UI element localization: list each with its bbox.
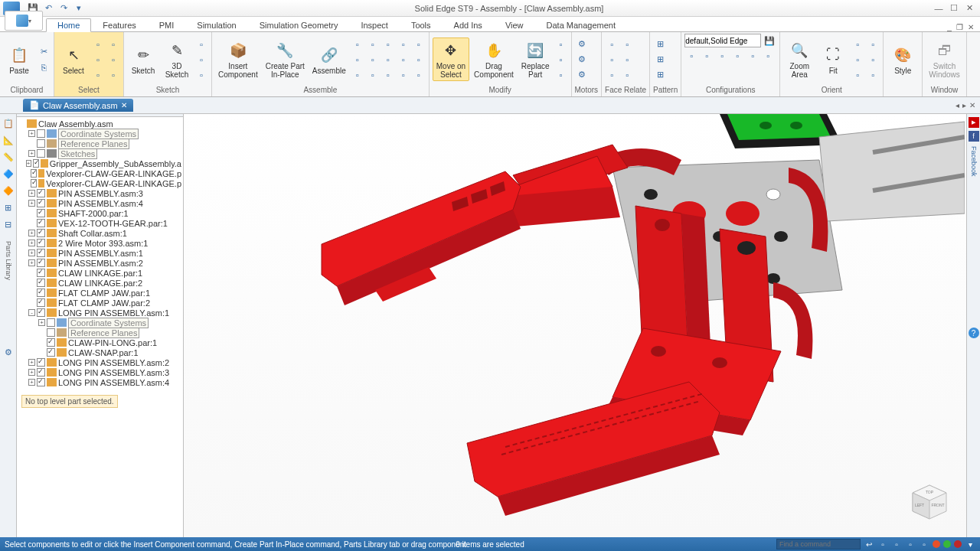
tree-item[interactable]: +Shaft Collar.asm:1 [18, 228, 181, 238]
tree-item[interactable]: +Gripper_Assembly_SubAssembly.a [18, 158, 181, 168]
expand-icon[interactable]: + [28, 240, 35, 246]
tree-item[interactable]: +PIN ASSEMBLY.asm:3 [18, 188, 181, 198]
expand-icon[interactable]: + [28, 359, 35, 366]
select-tool-6[interactable]: ▫ [106, 68, 120, 82]
fr-t2[interactable]: ▫ [620, 37, 634, 51]
cfg-t4[interactable]: ▫ [730, 49, 744, 63]
tab-features[interactable]: Features [91, 18, 147, 31]
cfg-t6[interactable]: ▫ [761, 49, 775, 63]
expand-icon[interactable]: + [28, 130, 35, 137]
select-button[interactable]: ↖Select [57, 43, 90, 77]
tree-item[interactable]: SHAFT-2000.par:1 [18, 208, 181, 218]
cfg-t3[interactable]: ▫ [715, 49, 729, 63]
expand-icon[interactable]: + [28, 249, 35, 256]
tab-pmi[interactable]: PMI [148, 18, 186, 31]
visibility-checkbox[interactable] [37, 368, 45, 377]
minimize-button[interactable]: — [933, 2, 945, 15]
facebook-icon[interactable]: f [969, 131, 979, 142]
parts-library-tab[interactable]: Parts Library [5, 241, 12, 280]
expand-icon[interactable]: + [28, 190, 35, 197]
assemble-t1[interactable]: ▫ [351, 37, 364, 51]
tree-item[interactable]: +PIN ASSEMBLY.asm:2 [18, 258, 181, 268]
tree-item[interactable]: +LONG PIN ASSEMBLY.asm:2 [18, 357, 181, 367]
visibility-checkbox[interactable] [37, 289, 45, 297]
sketch-tool-3[interactable]: ▫ [194, 68, 208, 82]
tree-item[interactable]: +Coordinate Systems [18, 318, 181, 328]
qat-undo-button[interactable]: ↶ [41, 2, 55, 15]
pat-t2[interactable]: ⊞ [653, 53, 667, 67]
fr-t1[interactable]: ▫ [605, 37, 619, 51]
visibility-checkbox[interactable] [37, 308, 45, 317]
modify-t2[interactable]: ▫ [554, 53, 568, 67]
assemble-t15[interactable]: ▫ [412, 68, 426, 82]
status-dot-ordered[interactable] [933, 540, 940, 548]
or-t3[interactable]: ▫ [851, 53, 864, 67]
tree-item[interactable]: +LONG PIN ASSEMBLY.asm:3 [18, 367, 181, 377]
fr-t6[interactable]: ▫ [620, 68, 634, 82]
select-tool-1[interactable]: ▫ [91, 37, 105, 51]
status-dot-rec[interactable] [954, 540, 962, 548]
visibility-checkbox[interactable] [37, 378, 45, 386]
3d-viewport[interactable]: TOP LEFT FRONT [184, 114, 966, 537]
create-part-inplace-button[interactable]: 🔧Create Part In-Place [263, 38, 308, 80]
tree-item[interactable]: Reference Planes [18, 328, 181, 337]
assemble-t6[interactable]: ▫ [351, 53, 364, 67]
copy-button[interactable]: ⎘ [37, 60, 51, 74]
expand-icon[interactable]: + [28, 150, 35, 157]
tree-item[interactable]: Vexplorer-CLAW-GEAR-LINKAGE.p [18, 178, 181, 188]
close-button[interactable]: ✕ [963, 2, 975, 15]
motors-t2[interactable]: ⚙ [575, 53, 589, 67]
visibility-checkbox[interactable] [31, 169, 37, 178]
visibility-checkbox[interactable] [37, 269, 45, 277]
select-tool-5[interactable]: ▫ [91, 68, 105, 82]
fit-button[interactable]: ⛶Fit [817, 43, 849, 77]
assemble-t14[interactable]: ▫ [397, 68, 410, 82]
tab-simulation-geometry[interactable]: Simulation Geometry [248, 18, 350, 31]
tab-inspect[interactable]: Inspect [349, 18, 399, 31]
sketch-tool-2[interactable]: ▫ [194, 53, 208, 67]
tree-item[interactable]: -LONG PIN ASSEMBLY.asm:1 [18, 308, 181, 318]
visibility-checkbox[interactable] [37, 129, 45, 138]
pat-t1[interactable]: ⊞ [653, 37, 667, 51]
expand-icon[interactable]: + [28, 200, 35, 207]
select-tool-3[interactable]: ▫ [91, 53, 105, 67]
or-t5[interactable]: ▫ [851, 68, 864, 82]
configuration-dropdown[interactable] [684, 34, 761, 47]
visibility-checkbox[interactable] [31, 179, 37, 187]
tree-item[interactable]: CLAW LINKAGE.par:2 [18, 278, 181, 288]
rail-tool-5[interactable]: 🔶 [2, 184, 15, 197]
fr-t3[interactable]: ▫ [605, 53, 619, 67]
or-t4[interactable]: ▫ [866, 53, 880, 67]
visibility-checkbox[interactable] [37, 219, 45, 227]
assemble-t2[interactable]: ▫ [366, 37, 380, 51]
tree-item[interactable]: Claw Assembly.asm [18, 119, 181, 129]
modify-t1[interactable]: ▫ [554, 37, 568, 51]
visibility-checkbox[interactable] [47, 318, 55, 327]
tab-simulation[interactable]: Simulation [185, 18, 247, 31]
pat-t3[interactable]: ⊞ [653, 68, 667, 82]
select-tool-2[interactable]: ▫ [106, 37, 120, 51]
tree-item[interactable]: +LONG PIN ASSEMBLY.asm:4 [18, 377, 181, 387]
visibility-checkbox[interactable] [37, 358, 45, 367]
visibility-checkbox[interactable] [37, 139, 45, 148]
view-cube[interactable]: TOP LEFT FRONT [908, 482, 951, 525]
rail-tool-7[interactable]: ⊟ [2, 218, 15, 230]
rail-tool-6[interactable]: ⊞ [2, 201, 15, 214]
motors-t1[interactable]: ⚙ [575, 37, 589, 51]
assemble-t7[interactable]: ▫ [366, 53, 380, 67]
cfg-t2[interactable]: ▫ [700, 49, 714, 63]
visibility-checkbox[interactable] [37, 189, 45, 197]
modify-t3[interactable]: ▫ [554, 68, 568, 82]
cut-button[interactable]: ✂ [37, 45, 51, 59]
motors-t3[interactable]: ⚙ [575, 68, 589, 82]
visibility-checkbox[interactable] [37, 239, 45, 247]
fr-t4[interactable]: ▫ [620, 53, 634, 67]
assemble-t9[interactable]: ▫ [397, 53, 410, 67]
tab-home[interactable]: Home [46, 18, 91, 32]
visibility-checkbox[interactable] [37, 199, 45, 207]
visibility-checkbox[interactable] [37, 249, 45, 257]
doctab-close-all[interactable]: ✕ [969, 101, 975, 109]
fr-t5[interactable]: ▫ [605, 68, 619, 82]
help-icon[interactable]: ? [969, 328, 979, 338]
visibility-checkbox[interactable] [33, 159, 40, 168]
